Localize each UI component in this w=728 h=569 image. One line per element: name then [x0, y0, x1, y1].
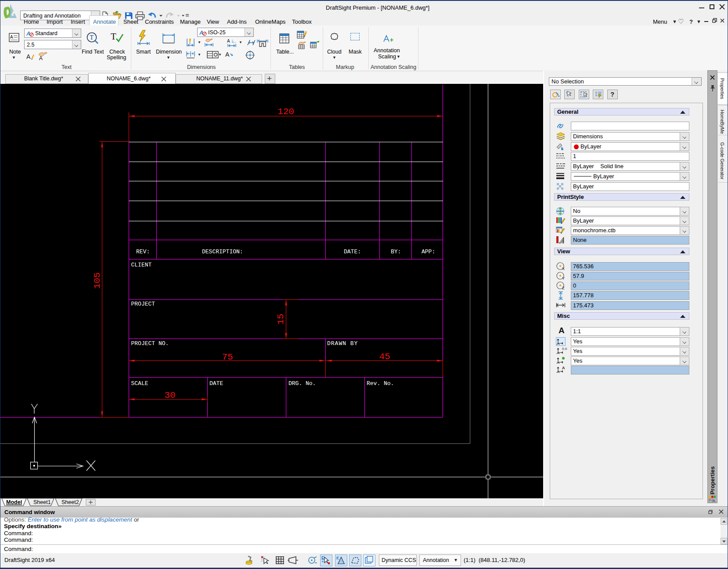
svg-text:A: A — [10, 35, 13, 40]
svg-text:X: X — [562, 266, 565, 271]
svg-text:PROJECT: PROJECT — [131, 301, 155, 307]
svg-text:A: A — [227, 39, 230, 43]
svg-text:A: A — [713, 499, 715, 503]
svg-text:CLIENT: CLIENT — [131, 262, 152, 268]
svg-text:75: 75 — [222, 352, 233, 362]
svg-text:REV:: REV: — [136, 248, 150, 255]
svg-text:Sheet1: Sheet1 — [33, 499, 51, 505]
svg-text:PROJECT NO.: PROJECT NO. — [131, 340, 169, 347]
svg-text:DRG. No.: DRG. No. — [288, 380, 316, 387]
svg-text:Z: Z — [562, 286, 565, 290]
svg-text:BY:: BY: — [391, 248, 401, 255]
svg-text:A: A — [39, 55, 43, 61]
svg-text:A: A — [225, 51, 230, 58]
svg-text:DATE:: DATE: — [344, 248, 361, 255]
svg-text:A: A — [562, 366, 565, 370]
svg-text:T: T — [111, 32, 116, 42]
svg-text:30: 30 — [164, 390, 175, 400]
svg-text:105: 105 — [92, 272, 102, 289]
svg-text:SCALE: SCALE — [131, 380, 148, 387]
svg-text:Model: Model — [6, 499, 22, 505]
svg-text:Rev. No.: Rev. No. — [367, 380, 394, 387]
svg-text:0.0: 0.0 — [562, 347, 567, 351]
svg-text:APP:: APP: — [422, 248, 435, 255]
svg-text:A: A — [199, 29, 203, 36]
svg-text:120: 120 — [278, 107, 294, 117]
svg-text:Sheet2: Sheet2 — [61, 499, 79, 505]
svg-text:E: E — [321, 556, 324, 561]
svg-text:DATE: DATE — [209, 380, 223, 387]
svg-text:A: A — [26, 30, 30, 37]
svg-text:45: 45 — [379, 352, 390, 362]
svg-text:Y: Y — [562, 276, 565, 281]
svg-text:15: 15 — [276, 313, 286, 324]
svg-text:DESCRIPTION:: DESCRIPTION: — [202, 248, 243, 255]
svg-text:A: A — [26, 53, 31, 60]
svg-text:E: E — [336, 556, 339, 560]
svg-text:T: T — [90, 34, 94, 41]
svg-text:DRAWN BY: DRAWN BY — [327, 340, 358, 347]
